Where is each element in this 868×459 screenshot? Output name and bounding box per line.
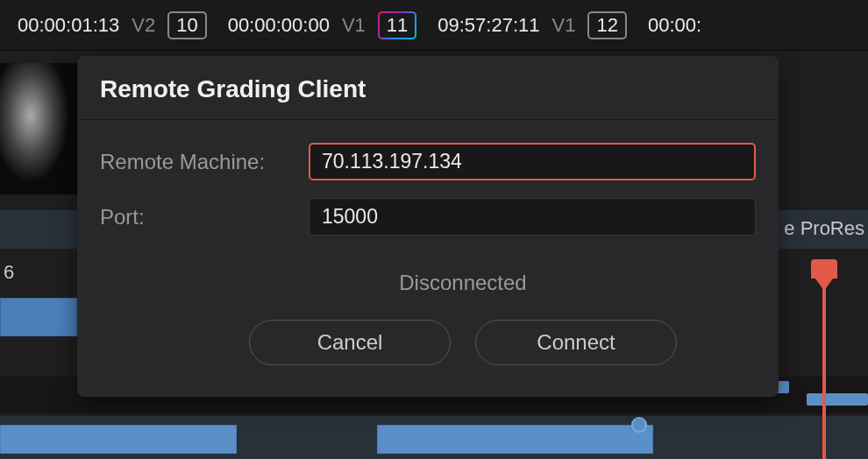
track-number-0[interactable]: 10	[167, 11, 206, 39]
dialog-title: Remote Grading Client	[77, 56, 779, 120]
bottom-clip-2[interactable]	[377, 425, 653, 454]
timecode-overflow: 00:00:	[648, 14, 701, 37]
bottom-clip-1[interactable]	[0, 425, 237, 454]
port-row: Port:	[100, 198, 756, 236]
connect-button[interactable]: Connect	[475, 320, 677, 365]
port-input[interactable]	[309, 198, 756, 236]
cancel-button[interactable]: Cancel	[249, 320, 451, 365]
toolbar-segment-1: 00:00:00:00 V1 11	[228, 11, 417, 39]
timecode-2: 09:57:27:11	[438, 14, 539, 37]
scrub-handle[interactable]	[631, 417, 647, 433]
port-label: Port:	[100, 205, 309, 230]
clip-thumbnail[interactable]	[0, 63, 77, 194]
track-number-1[interactable]: 11	[378, 11, 416, 39]
remote-grading-dialog: Remote Grading Client Remote Machine: Po…	[77, 56, 779, 397]
timecode-1: 00:00:00:00	[228, 14, 330, 37]
connection-status: Disconnected	[170, 253, 756, 320]
remote-machine-row: Remote Machine:	[100, 143, 756, 180]
remote-machine-label: Remote Machine:	[100, 150, 309, 174]
playhead-head[interactable]	[811, 259, 837, 279]
track-number-2[interactable]: 12	[587, 11, 626, 39]
dialog-button-row: Cancel Connect	[170, 320, 756, 365]
toolbar-segment-0: 00:00:01:13 V2 10	[18, 11, 207, 39]
timeline-clip-block[interactable]	[0, 298, 77, 336]
codec-label: e ProRes	[784, 217, 864, 240]
track-label-0: V2	[132, 14, 155, 37]
toolbar-segment-2: 09:57:27:11 V1 12	[438, 11, 627, 39]
track-label-2: V1	[552, 14, 576, 37]
timecode-0: 00:00:01:13	[18, 14, 119, 37]
track-label-1: V1	[342, 14, 366, 37]
left-label: 6	[4, 261, 14, 284]
dialog-body: Remote Machine: Port: Disconnected Cance…	[77, 120, 779, 371]
timeline-marker-2[interactable]	[807, 393, 868, 406]
playhead-line[interactable]	[822, 263, 826, 459]
top-toolbar: 00:00:01:13 V2 10 00:00:00:00 V1 11 09:5…	[0, 0, 868, 51]
remote-machine-input[interactable]	[309, 143, 756, 180]
